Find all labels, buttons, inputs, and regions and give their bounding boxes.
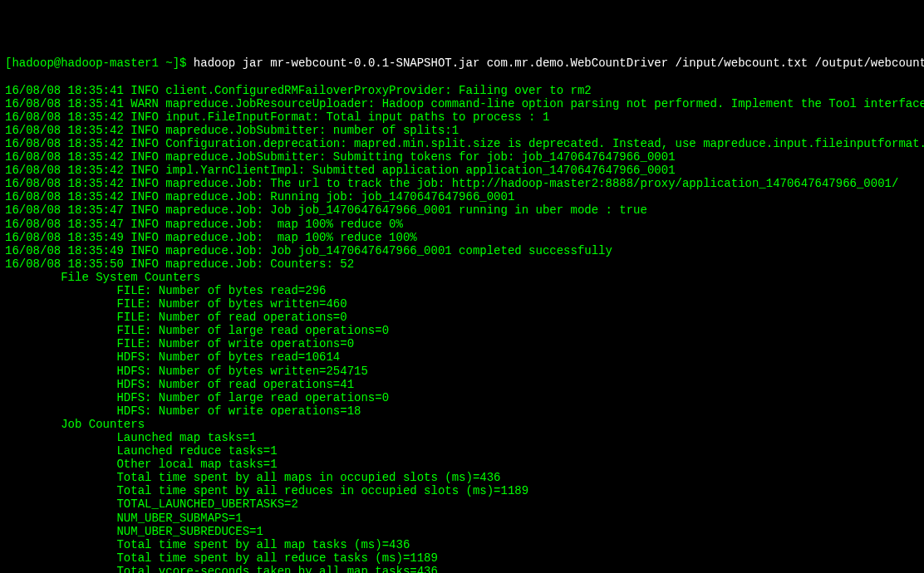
log-line: NUM_UBER_SUBREDUCES=1: [5, 525, 919, 538]
log-line: 16/08/08 18:35:49 INFO mapreduce.Job: ma…: [5, 231, 919, 244]
log-line: Total time spent by all reduces in occup…: [5, 484, 919, 497]
log-line: FILE: Number of bytes written=460: [5, 297, 919, 311]
log-line: 16/08/08 18:35:47 INFO mapreduce.Job: Jo…: [5, 203, 919, 217]
prompt-line[interactable]: [hadoop@hadoop-master1 ~]$ hadoop jar mr…: [5, 56, 919, 70]
log-line: FILE: Number of bytes read=296: [5, 284, 919, 297]
log-line: Total time spent by all maps in occupied…: [5, 471, 919, 484]
prompt-user-host: [hadoop@hadoop-master1: [5, 56, 165, 70]
log-line: 16/08/08 18:35:42 INFO mapreduce.Job: Ru…: [5, 190, 919, 203]
log-line: 16/08/08 18:35:41 INFO client.Configured…: [5, 84, 919, 97]
log-line: 16/08/08 18:35:41 WARN mapreduce.JobReso…: [5, 97, 919, 110]
log-line: HDFS: Number of write operations=18: [5, 404, 919, 418]
log-output: 16/08/08 18:35:41 INFO client.Configured…: [5, 84, 919, 573]
log-line: Launched reduce tasks=1: [5, 444, 919, 458]
log-line: 16/08/08 18:35:42 INFO mapreduce.JobSubm…: [5, 124, 919, 137]
log-line: Other local map tasks=1: [5, 458, 919, 471]
log-line: Total time spent by all map tasks (ms)=4…: [5, 538, 919, 551]
log-line: HDFS: Number of read operations=41: [5, 378, 919, 391]
log-line: HDFS: Number of bytes read=10614: [5, 350, 919, 364]
log-line: FILE: Number of write operations=0: [5, 337, 919, 350]
log-line: Total vcore-seconds taken by all map tas…: [5, 565, 919, 573]
log-line: 16/08/08 18:35:42 INFO mapreduce.JobSubm…: [5, 150, 919, 164]
log-line: 16/08/08 18:35:42 INFO mapreduce.Job: Th…: [5, 177, 919, 190]
log-line: FILE: Number of read operations=0: [5, 311, 919, 324]
log-line: HDFS: Number of bytes written=254715: [5, 365, 919, 378]
log-line: 16/08/08 18:35:42 INFO input.FileInputFo…: [5, 110, 919, 124]
log-line: 16/08/08 18:35:49 INFO mapreduce.Job: Jo…: [5, 244, 919, 257]
command-text: hadoop jar mr-webcount-0.0.1-SNAPSHOT.ja…: [194, 56, 924, 70]
log-line: 16/08/08 18:35:47 INFO mapreduce.Job: ma…: [5, 218, 919, 231]
prompt-close: ]$: [173, 56, 194, 70]
log-line: 16/08/08 18:35:50 INFO mapreduce.Job: Co…: [5, 257, 919, 271]
log-line: Launched map tasks=1: [5, 431, 919, 444]
log-line: 16/08/08 18:35:42 INFO Configuration.dep…: [5, 137, 919, 150]
log-line: Job Counters: [5, 418, 919, 431]
prompt-path: ~: [165, 56, 172, 70]
log-line: FILE: Number of large read operations=0: [5, 324, 919, 337]
log-line: HDFS: Number of large read operations=0: [5, 391, 919, 404]
log-line: Total time spent by all reduce tasks (ms…: [5, 551, 919, 565]
log-line: TOTAL_LAUNCHED_UBERTASKS=2: [5, 497, 919, 511]
log-line: File System Counters: [5, 271, 919, 284]
log-line: NUM_UBER_SUBMAPS=1: [5, 512, 919, 525]
log-line: 16/08/08 18:35:42 INFO impl.YarnClientIm…: [5, 164, 919, 177]
